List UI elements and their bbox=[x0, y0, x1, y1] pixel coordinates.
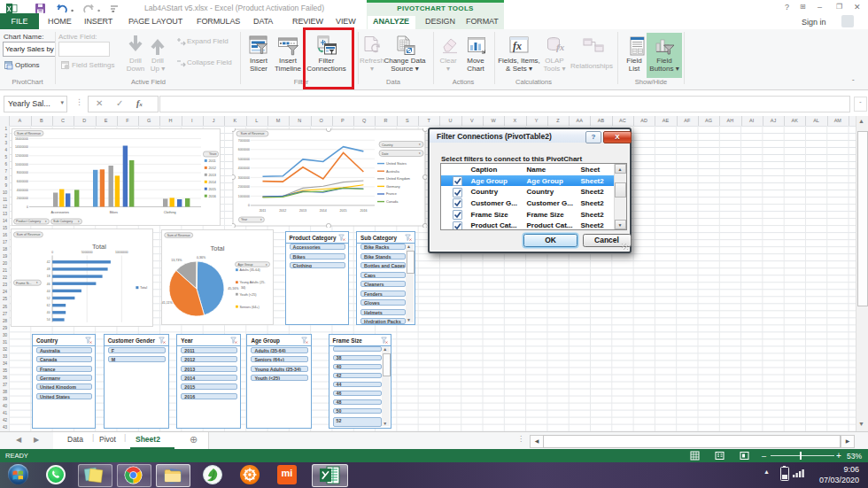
svg-text:Total: Total bbox=[92, 243, 106, 251]
svg-text:2013: 2013 bbox=[209, 174, 216, 177]
svg-text:14000000: 14000000 bbox=[15, 145, 28, 149]
svg-text:Adults (35-64): Adults (35-64) bbox=[240, 268, 260, 272]
svg-text:2000000: 2000000 bbox=[238, 185, 250, 189]
svg-text:13,73%: 13,73% bbox=[171, 259, 182, 262]
svg-text:Youth (<25): Youth (<25) bbox=[240, 293, 257, 297]
svg-text:48: 48 bbox=[46, 267, 50, 271]
svg-text:Product Category: Product Category bbox=[16, 220, 41, 223]
svg-text:Total: Total bbox=[211, 244, 225, 252]
svg-text:10000000: 10000000 bbox=[115, 251, 128, 254]
svg-text:2011: 2011 bbox=[260, 209, 267, 213]
svg-text:Clothing: Clothing bbox=[164, 211, 176, 214]
svg-text:United Kingdom: United Kingdom bbox=[386, 177, 410, 181]
svg-text:Sum of Revenue: Sum of Revenue bbox=[241, 132, 265, 136]
svg-text:Australia: Australia bbox=[386, 170, 400, 174]
svg-text:2011: 2011 bbox=[209, 159, 216, 163]
svg-text:Canada: Canada bbox=[386, 200, 399, 204]
svg-text:54: 54 bbox=[46, 318, 50, 321]
svg-text:2012: 2012 bbox=[209, 167, 216, 170]
svg-text:Sum of Revenue: Sum of Revenue bbox=[167, 234, 190, 237]
svg-text:2012: 2012 bbox=[279, 209, 286, 213]
svg-text:1000000: 1000000 bbox=[238, 195, 250, 198]
svg-text:8000000: 8000000 bbox=[17, 171, 28, 174]
svg-text:Accessories: Accessories bbox=[50, 211, 69, 214]
svg-text:Young Adults (25-: Young Adults (25- bbox=[240, 281, 267, 284]
svg-text:34): 34) bbox=[241, 286, 245, 290]
svg-text:18: 18 bbox=[46, 275, 50, 278]
svg-text:Country: Country bbox=[382, 143, 393, 147]
svg-text:7000000: 7000000 bbox=[238, 139, 250, 143]
svg-text:12000000: 12000000 bbox=[15, 154, 28, 158]
svg-text:42: 42 bbox=[46, 260, 50, 264]
svg-text:46: 46 bbox=[46, 283, 50, 286]
svg-text:Date: Date bbox=[382, 152, 389, 156]
svg-text:2014: 2014 bbox=[320, 209, 327, 213]
svg-text:Sum of Revenue: Sum of Revenue bbox=[17, 132, 41, 136]
svg-text:2016: 2016 bbox=[209, 195, 216, 198]
svg-text:0,36%: 0,36% bbox=[197, 256, 206, 259]
svg-text:16000000: 16000000 bbox=[15, 137, 28, 141]
svg-text:Seniors (64+): Seniors (64+) bbox=[240, 306, 260, 309]
svg-text:Year: Year bbox=[241, 218, 248, 221]
svg-text:5000000: 5000000 bbox=[238, 158, 250, 161]
svg-text:6000000: 6000000 bbox=[17, 180, 28, 183]
svg-text:0: 0 bbox=[248, 204, 250, 207]
svg-text:40: 40 bbox=[46, 311, 50, 314]
svg-text:2013: 2013 bbox=[299, 209, 306, 213]
svg-text:Sum of Revenue: Sum of Revenue bbox=[16, 233, 40, 236]
svg-text:2014: 2014 bbox=[209, 181, 216, 184]
svg-text:62: 62 bbox=[46, 304, 50, 307]
svg-text:2015: 2015 bbox=[209, 188, 216, 191]
svg-text:6000000: 6000000 bbox=[238, 148, 250, 151]
svg-text:Sub Category: Sub Category bbox=[53, 220, 73, 223]
svg-text:2016: 2016 bbox=[360, 209, 367, 213]
svg-text:fx: fx bbox=[556, 42, 565, 52]
svg-text:Bikes: Bikes bbox=[110, 211, 118, 214]
svg-text:0: 0 bbox=[27, 205, 28, 209]
svg-text:0: 0 bbox=[51, 251, 53, 254]
svg-text:3000000: 3000000 bbox=[238, 176, 250, 180]
svg-text:2000000: 2000000 bbox=[17, 197, 28, 200]
svg-text:4000000: 4000000 bbox=[238, 167, 250, 170]
svg-text:10000000: 10000000 bbox=[15, 163, 28, 167]
svg-text:Total: Total bbox=[140, 286, 147, 290]
svg-text:41,11%: 41,11% bbox=[162, 301, 174, 305]
svg-text:France: France bbox=[386, 192, 397, 196]
svg-text:4000000: 4000000 bbox=[17, 189, 28, 192]
svg-text:Age Group: Age Group bbox=[238, 263, 253, 267]
svg-text:44: 44 bbox=[46, 290, 50, 293]
svg-text:fx: fx bbox=[513, 40, 522, 52]
svg-text:52: 52 bbox=[46, 297, 50, 300]
svg-text:2015: 2015 bbox=[340, 209, 347, 213]
svg-text:United States: United States bbox=[386, 162, 407, 166]
svg-text:Germany: Germany bbox=[386, 185, 400, 189]
svg-text:45,16%: 45,16% bbox=[228, 287, 239, 290]
svg-text:5000000: 5000000 bbox=[81, 251, 92, 254]
svg-text:Frame Si...: Frame Si... bbox=[16, 282, 32, 285]
